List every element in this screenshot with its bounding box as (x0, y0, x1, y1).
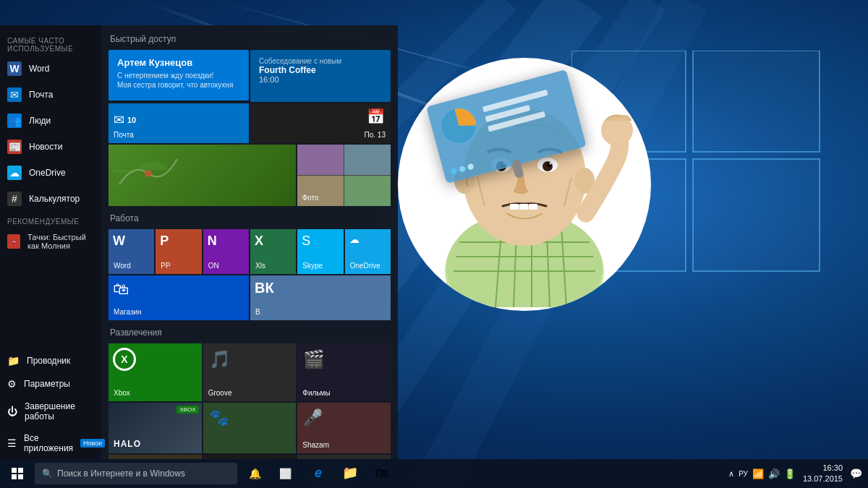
mail-tile-icon: ✉ (114, 112, 124, 128)
xbox-label: Xbox (114, 389, 130, 397)
store-taskbar-icon: 🛍 (375, 466, 388, 481)
taskbar-search[interactable]: 🔍 Поиск в Интернете и в Windows (35, 463, 237, 484)
vk-icon: ВК (255, 280, 274, 296)
clock-time: 16:30 (822, 463, 843, 474)
meeting-company: Fourth Coffee (259, 65, 382, 75)
meeting-time: 16:00 (259, 75, 382, 84)
wifi-icon[interactable]: 📶 (752, 468, 764, 479)
skype-tile[interactable]: S Skype (297, 229, 343, 274)
volume-icon[interactable]: 🔊 (768, 468, 780, 479)
calendar-tile[interactable]: 📅 По. 13 (250, 103, 391, 143)
pie-chart (435, 102, 483, 150)
excel-tile[interactable]: X Xls (250, 229, 296, 274)
user-contact-tile[interactable]: Артем Кузнецов С нетерпением жду поездки… (109, 50, 249, 100)
taskbar-explorer-app[interactable]: 📁 (334, 459, 366, 488)
shutdown-label: Завершение работы (25, 401, 94, 421)
start-item-onedrive[interactable]: ☁ OneDrive (0, 160, 101, 186)
onenote-tile[interactable]: N ON (203, 229, 249, 274)
onedrive2-icon: ☁ (349, 234, 359, 245)
ppt-dot-3 (467, 163, 475, 171)
start-bottom-section: 📁 Проводник ⚙ Параметры ⏻ Завершение раб… (0, 349, 101, 459)
task-view-button[interactable]: ⬜ (271, 459, 299, 488)
excel-icon: X (255, 234, 263, 249)
start-menu-left-panel: Самые часто используемые W Word ✉ Почта … (0, 25, 101, 459)
system-clock[interactable]: 16:30 13.07.2015 (799, 463, 847, 485)
start-item-mail[interactable]: ✉ Почта (0, 82, 101, 108)
news-label: Новости (29, 142, 62, 152)
groove-tile[interactable]: 🎵 Groove (203, 343, 297, 401)
battery-icon[interactable]: 🔋 (784, 468, 796, 479)
calc-label: Калькулятор (29, 194, 80, 204)
ppt-tile[interactable]: P PP (156, 229, 201, 274)
misc-tile-1[interactable]: 🐾 (203, 403, 297, 453)
onedrive2-label: OneDrive (350, 262, 380, 270)
start-item-calc[interactable]: # Калькулятор (0, 186, 101, 212)
vk-tile[interactable]: ВК В (250, 275, 391, 320)
user-name: Артем Кузнецов (117, 57, 240, 68)
explorer-taskbar-icon: 📁 (342, 465, 358, 481)
settings-icon: ⚙ (7, 378, 17, 390)
word-label: Word (29, 64, 49, 74)
store-label: Магазин (114, 308, 142, 316)
music-note-icon: 🎤 (303, 408, 323, 427)
ppt-bar-chart (482, 85, 569, 132)
svg-point-35 (550, 163, 552, 165)
photos-tile[interactable]: Фото (297, 145, 391, 206)
frequent-section-label: Самые часто используемые (0, 31, 101, 56)
word-tile[interactable]: W Word (109, 229, 154, 274)
onedrive2-tile[interactable]: ☁ OneDrive (345, 229, 391, 274)
taskbar-right: ∧ РУ 📶 🔊 🔋 16:30 13.07.2015 💬 (728, 463, 868, 485)
bottom-item-settings[interactable]: ⚙ Параметры (0, 372, 101, 395)
apps-icon: ☰ (7, 437, 17, 449)
game2-tile[interactable]: 🎮 (109, 455, 202, 459)
start-button[interactable] (0, 459, 35, 488)
chevron-up-icon[interactable]: ∧ (728, 469, 734, 479)
maps-tile[interactable]: Карты (109, 145, 296, 206)
ppt-dot-2 (459, 166, 466, 173)
taskbar-edge-app[interactable]: e (302, 459, 334, 488)
start-item-news[interactable]: 📰 Новости (0, 134, 101, 160)
mail-label: Почта (29, 90, 53, 100)
notification-icon[interactable]: 🔔 (240, 459, 269, 488)
cars-thumb: 🚗 (7, 234, 20, 249)
excel-label: Xls (255, 262, 265, 270)
empty-tile[interactable] (297, 455, 391, 459)
taskbar-store-app[interactable]: 🛍 (366, 459, 398, 488)
clock-date: 13.07.2015 (803, 474, 843, 484)
work-section-label: Работа (109, 213, 391, 223)
bottom-item-all-apps[interactable]: ☰ Все приложения Новое (0, 427, 101, 459)
groove-label: Groove (208, 389, 232, 397)
ppt-dot-1 (451, 168, 458, 175)
start-item-word[interactable]: W Word (0, 56, 101, 82)
start-menu-tiles-panel: Быстрый доступ Артем Кузнецов С нетерпен… (101, 25, 398, 459)
explorer-label: Проводник (27, 356, 70, 366)
start-item-people[interactable]: 👥 Люди (0, 108, 101, 134)
svg-rect-12 (694, 160, 819, 270)
store-icon: 🛍 (113, 280, 129, 299)
people-icon: 👥 (7, 114, 22, 128)
desktop: Самые часто используемые W Word ✉ Почта … (0, 0, 868, 488)
bottom-item-explorer[interactable]: 📁 Проводник (0, 349, 101, 372)
taskbar-middle-buttons: 🔔 ⬜ (240, 459, 299, 488)
mail-tile[interactable]: ✉ 10 Почта (109, 103, 249, 143)
xbox-badge-bg: XBOX (176, 406, 198, 414)
bottom-item-shutdown[interactable]: ⏻ Завершение работы (0, 395, 101, 427)
language-icon: РУ (739, 470, 748, 478)
news-icon: 📰 (7, 140, 22, 154)
action-center-icon[interactable]: 💬 (850, 468, 862, 479)
meeting-tile[interactable]: Собеседование с новым Fourth Coffee 16:0… (250, 50, 391, 102)
store-tile[interactable]: 🛍 Магазин (109, 275, 249, 320)
people-label: Люди (29, 116, 51, 126)
system-tray-icons: ∧ РУ 📶 🔊 🔋 (728, 468, 796, 479)
misc-tile-2[interactable]: 🎤 Shazam (297, 403, 391, 453)
halo-label: HALO (114, 439, 141, 449)
recommended-item-cars[interactable]: 🚗 Тачки: Быстрый как Молния (0, 228, 101, 254)
halo-tile[interactable]: XBOX XBOX HALO (109, 403, 202, 453)
groove-icon: 🎵 (209, 349, 231, 369)
meeting-label: Собеседование с новым (259, 57, 382, 65)
svg-rect-10 (694, 51, 819, 151)
app-tile[interactable]: A A (203, 455, 297, 459)
film-tile[interactable]: 🎬 Фильмы (297, 343, 391, 401)
xbox-tile[interactable]: X Xbox (109, 343, 202, 401)
word-icon: W (7, 61, 22, 76)
